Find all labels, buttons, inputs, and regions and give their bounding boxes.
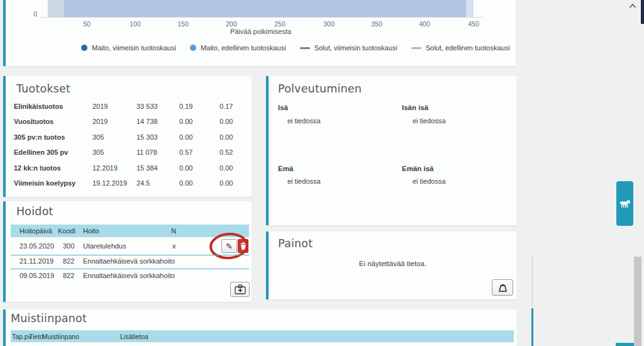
x-axis-tick: 450 [461, 20, 486, 28]
chevron-up-icon [628, 1, 638, 11]
legend-item-maito-edellinen[interactable]: Maito, edellinen tuotoskausi [190, 44, 286, 52]
scroll-up-button[interactable] [628, 1, 638, 11]
row-value: 15 303 [136, 133, 158, 141]
row-value: 0.00 [219, 133, 233, 141]
chart-card: 0 50 100 150 200 250 300 350 400 450 Päi… [3, 0, 516, 66]
row-value: 24.5 [136, 179, 150, 187]
pedigree-label-isan-isa: Isän isä [402, 104, 428, 111]
cell-date: 09.05.2019 [19, 272, 54, 279]
chart-legend: Maito, viimeisin tuotoskausi Maito, edel… [81, 44, 510, 52]
red-circle-annotation [208, 232, 250, 261]
col-header-hoito: Hoito [83, 227, 99, 235]
row-value: 0.00 [219, 164, 233, 172]
row-label: Elinikäistuotos [14, 103, 63, 110]
cell-treatment: Utaretulehdus [83, 242, 126, 250]
x-axis-tick: 100 [123, 20, 148, 28]
row-value: 0.17 [219, 103, 233, 110]
add-weight-button[interactable] [492, 279, 513, 296]
pedigree-label-eman-isa: Emän isä [402, 165, 434, 172]
x-axis-tick: 200 [219, 20, 244, 28]
cell-date: 23.05.2020 [19, 242, 54, 250]
legend-item-solut-viimeisin[interactable]: Solut, viimeisin tuotoskausi [300, 44, 397, 52]
polveutuminen-card: Polveutuminen Isä ei tiedossa Isän isä e… [266, 76, 517, 225]
inner-scrollbar-track [531, 257, 533, 306]
pedigree-label-ema: Emä [278, 165, 293, 172]
muistiinpanot-table-header [11, 330, 514, 342]
row-value: 19.12.2019 [92, 179, 127, 187]
cell-treatment: Ennaltaehkäisevä sorkkahoito [83, 257, 175, 265]
row-value: 33 533 [136, 103, 158, 110]
x-axis-line [40, 17, 484, 18]
x-axis-tick: 400 [412, 20, 437, 28]
legend-line-icon [411, 47, 421, 49]
legend-dot-icon [190, 45, 196, 51]
x-axis-tick: 150 [170, 20, 196, 28]
row-value: 2019 [92, 103, 108, 110]
row-label: Edellinen 305 pv [14, 148, 68, 156]
cell-code: 822 [63, 257, 74, 265]
row-value: 0.19 [179, 103, 192, 110]
muistiinpanot-card: Muistiinpanot Tap.pv Tieto Muistiinpano … [3, 310, 517, 346]
y-axis-tick-0: 0 [18, 10, 37, 18]
row-value: 12.2019 [92, 164, 118, 172]
dashboard: 0 50 100 150 200 250 300 350 400 450 Päi… [0, 0, 644, 346]
row-separator [11, 269, 249, 269]
x-axis-tick: 350 [364, 20, 389, 28]
row-value: 15 384 [136, 164, 158, 172]
empty-state-text: Ei näytettävää tietoa. [269, 260, 517, 267]
row-label: Vuosituotos [14, 118, 53, 125]
x-axis-tick: 250 [267, 20, 292, 28]
row-value: 305 [92, 148, 104, 156]
card-title-painot: Painot [278, 237, 313, 250]
row-value: 11 078 [136, 148, 157, 156]
row-value: 305 [92, 133, 104, 141]
inner-scrollbar-thumb[interactable] [531, 308, 533, 346]
cell-n: x [172, 242, 176, 250]
col-header-lisatietoa: Lisätietoa [120, 333, 148, 340]
chart-band-main [64, 0, 466, 17]
animal-panel-button[interactable] [616, 181, 633, 226]
card-title-polveutuminen: Polveutuminen [278, 82, 362, 95]
legend-label: Maito, viimeisin tuotoskausi [92, 44, 176, 52]
col-header-tieto: Tieto [29, 333, 43, 340]
legend-line-icon [300, 47, 310, 49]
bottom-action-button-peek[interactable] [616, 343, 634, 346]
row-value: 0.00 [219, 118, 233, 125]
add-treatment-button[interactable] [230, 282, 250, 297]
card-title-tuotokset: Tuotokset [16, 82, 70, 95]
cell-treatment: Ennaltaehkäisevä sorkkahoito [83, 272, 175, 279]
x-axis-tick: 50 [74, 20, 99, 28]
row-value: 0.00 [179, 118, 192, 125]
browser-scrollbar-thumb[interactable] [641, 0, 644, 24]
row-value: 2019 [92, 118, 108, 125]
row-value: 14 738 [136, 118, 158, 125]
row-label: 12 kk:n tuotos [14, 164, 61, 172]
pedigree-value: ei tiedossa [287, 177, 321, 185]
legend-label: Solut, edellinen tuotoskausi [426, 44, 510, 52]
row-value: 0.52 [219, 148, 233, 156]
x-axis-tick: 300 [316, 20, 341, 28]
row-label: Viimeisin koelypsy [14, 179, 75, 187]
x-axis-title: Päivää poikimisesta [6, 28, 516, 35]
weight-icon [497, 282, 508, 293]
card-title-muistiinpanot: Muistiinpanot [11, 312, 87, 325]
pedigree-value: ei tiedossa [413, 177, 446, 185]
legend-label: Solut, viimeisin tuotoskausi [314, 44, 397, 52]
col-header-koodi: Koodi [58, 227, 75, 235]
row-value: 0.00 [179, 133, 192, 141]
cell-code: 300 [63, 242, 74, 250]
legend-item-solut-edellinen[interactable]: Solut, edellinen tuotoskausi [411, 44, 510, 52]
tuotokset-card: Tuotokset Elinikäistuotos 2019 33 533 0.… [3, 76, 252, 197]
legend-dot-icon [81, 45, 87, 51]
page-scrollbar-thumb[interactable] [634, 257, 641, 346]
row-label: 305 pv:n tuotos [14, 133, 65, 141]
chart-band-segment-left [48, 0, 64, 17]
legend-item-maito-viimeisin[interactable]: Maito, viimeisin tuotoskausi [81, 44, 176, 52]
legend-label: Maito, edellinen tuotoskausi [201, 44, 286, 52]
cell-date: 21.11.2019 [19, 257, 53, 265]
col-header-muistiinpano: Muistiinpano [42, 333, 79, 340]
card-title-hoidot: Hoidot [16, 205, 53, 218]
pedigree-value: ei tiedossa [287, 117, 321, 125]
painot-card: Painot Ei näytettävää tietoa. [266, 232, 517, 299]
hoidot-card: Hoidot Hoitopäivä Koodi Hoito N 23.05.20… [3, 201, 252, 302]
